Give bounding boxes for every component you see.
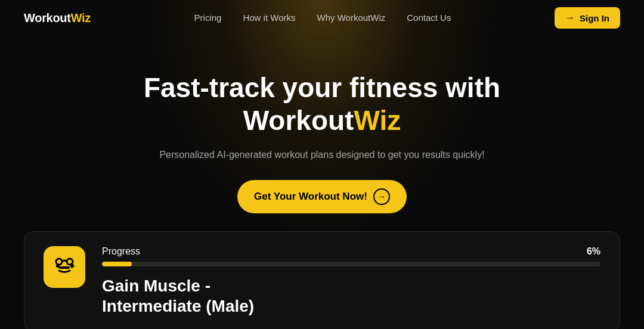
- sign-in-button[interactable]: → Sign In: [555, 7, 620, 29]
- svg-rect-2: [59, 266, 70, 269]
- card-title: Gain Muscle - Intermediate (Male): [102, 276, 600, 316]
- cta-button[interactable]: Get Your Workout Now! →: [237, 180, 407, 213]
- sign-in-label: Sign In: [580, 13, 609, 23]
- navbar: WorkoutWiz Pricing How it Works Why Work…: [0, 0, 644, 36]
- nav-links: Pricing How it Works Why WorkoutWiz Cont…: [194, 13, 451, 23]
- nav-item-why[interactable]: Why WorkoutWiz: [317, 13, 386, 23]
- hero-section: Fast-track your fitness with WorkoutWiz …: [0, 36, 644, 213]
- cta-arrow-icon: →: [373, 188, 390, 205]
- progress-row: Progress 6%: [102, 246, 600, 257]
- hero-title-line1: Fast-track your fitness with: [144, 72, 500, 103]
- card-title-line2: Intermediate (Male): [102, 297, 254, 315]
- nav-link-contact[interactable]: Contact Us: [407, 13, 451, 23]
- nav-link-how-it-works[interactable]: How it Works: [243, 13, 295, 23]
- nav-link-why[interactable]: Why WorkoutWiz: [317, 13, 386, 23]
- hero-title: Fast-track your fitness with WorkoutWiz: [144, 72, 500, 137]
- hero-title-line2-part2: Wiz: [354, 105, 401, 136]
- cta-label: Get Your Workout Now!: [254, 191, 367, 203]
- workout-icon-svg: [53, 256, 76, 278]
- logo[interactable]: WorkoutWiz: [24, 11, 91, 25]
- logo-text-workout: Workout: [24, 11, 71, 25]
- progress-percent: 6%: [587, 246, 600, 257]
- nav-item-pricing[interactable]: Pricing: [194, 13, 222, 23]
- nav-link-pricing[interactable]: Pricing: [194, 13, 222, 23]
- card-icon: [44, 246, 85, 288]
- card-title-line1: Gain Muscle -: [102, 277, 210, 295]
- logo-text-wiz: Wiz: [71, 11, 91, 25]
- nav-item-contact[interactable]: Contact Us: [407, 13, 451, 23]
- progress-bar-fill: [102, 262, 132, 266]
- sign-in-icon: →: [565, 13, 575, 23]
- hero-title-line2-part1: Workout: [243, 105, 354, 136]
- workout-card: Progress 6% Gain Muscle - Intermediate (…: [24, 231, 620, 329]
- progress-bar-background: [102, 262, 600, 266]
- card-content: Progress 6% Gain Muscle - Intermediate (…: [102, 246, 600, 316]
- nav-item-how-it-works[interactable]: How it Works: [243, 13, 295, 23]
- progress-label: Progress: [102, 246, 140, 257]
- hero-subtitle: Personalized AI-generated workout plans …: [159, 148, 484, 162]
